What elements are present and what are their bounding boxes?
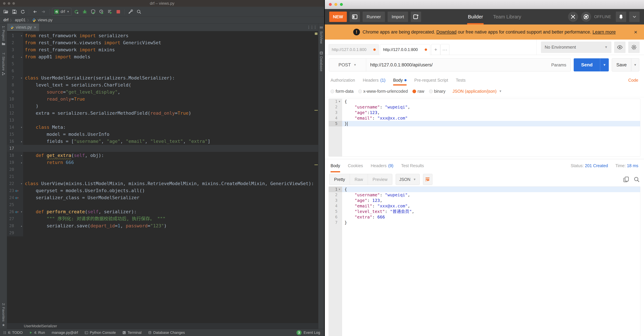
- macos-traffic-lights[interactable]: [329, 3, 343, 6]
- code-line[interactable]: 15 model = models.UserInfo: [7, 131, 318, 138]
- code-line[interactable]: 28▴ serializer.save(depart_id=1, passwor…: [7, 222, 318, 229]
- back-button[interactable]: [32, 8, 39, 15]
- new-window-button[interactable]: [411, 11, 421, 22]
- code-line[interactable]: 23◎↑ queryset = models.UserInfo.objects.…: [7, 187, 318, 194]
- debug-button[interactable]: [81, 8, 88, 15]
- tab-authorization[interactable]: Authorization: [330, 75, 355, 85]
- minimize-window-button[interactable]: [334, 3, 337, 6]
- code-line[interactable]: 5}: [329, 121, 640, 126]
- current-class-label[interactable]: UserModelSerializer: [24, 324, 57, 328]
- inspection-indicator[interactable]: [315, 32, 318, 35]
- notifications-bell-button[interactable]: [616, 11, 626, 22]
- response-body-editor[interactable]: 1▼{2 "username": "wupeiqi",3 "age": 123,…: [328, 186, 640, 336]
- code-line[interactable]: 2 "username": "wupeiqi",: [329, 192, 640, 198]
- method-select[interactable]: POST ▼: [329, 62, 366, 67]
- send-options-chevron[interactable]: ▼: [600, 58, 609, 71]
- override-marker-icon[interactable]: ◎↑: [16, 187, 19, 194]
- code-line[interactable]: 4▴from app01 import models: [7, 53, 318, 60]
- toolwindow-favorites-button[interactable]: 2: Favorites ★: [2, 303, 6, 327]
- environment-preview-eye-button[interactable]: [614, 41, 626, 53]
- view-preview[interactable]: Preview: [368, 174, 392, 185]
- code-line[interactable]: 1▼{: [329, 187, 640, 192]
- wrap-text-button[interactable]: [423, 174, 432, 185]
- status-run-config[interactable]: manage.py@drf: [52, 331, 78, 335]
- code-line[interactable]: 8 level_text = serializers.CharField(: [7, 81, 318, 88]
- toolwindow-structure-button[interactable]: 7: Structure: [2, 52, 6, 76]
- code-line[interactable]: 10 read_only=True: [7, 96, 318, 103]
- code-line[interactable]: 14▾ class Meta:: [7, 124, 318, 131]
- code-line[interactable]: 20: [7, 166, 318, 173]
- code-line[interactable]: 4 "email": "xxx@xx.com": [329, 115, 640, 121]
- breadcrumb-project[interactable]: drf: [3, 18, 8, 22]
- generate-code-link[interactable]: Code: [628, 78, 638, 83]
- code-line[interactable]: 24◎↑ serializer_class = UserModelSeriali…: [7, 194, 318, 201]
- forward-button[interactable]: [40, 8, 47, 15]
- code-line[interactable]: 3 "age": 123,: [329, 198, 640, 203]
- save-options-chevron[interactable]: ▼: [631, 58, 639, 71]
- more-tabs-button[interactable]: ···: [440, 44, 449, 55]
- breadcrumb-package[interactable]: app01: [15, 18, 26, 22]
- code-line[interactable]: 21: [7, 173, 318, 180]
- status-terminal[interactable]: Terminal: [122, 331, 142, 335]
- code-line[interactable]: 13: [7, 117, 318, 124]
- code-line[interactable]: 1▾from rest_framework import serializers: [7, 32, 318, 39]
- response-tab-cookies[interactable]: Cookies: [348, 159, 363, 172]
- response-format-select[interactable]: JSON ▼: [396, 174, 420, 185]
- environment-select[interactable]: No Environment ▼: [541, 41, 612, 53]
- content-type-select[interactable]: JSON (application/json) ▼: [452, 89, 502, 94]
- settings-wrench-button[interactable]: [127, 8, 134, 15]
- status-database-changes[interactable]: Database Changes: [148, 331, 185, 335]
- run-tasks-button[interactable]: [106, 8, 114, 15]
- warning-stripe-mark[interactable]: [314, 110, 318, 111]
- toolwindow-sciview-button[interactable]: SciView: [319, 26, 323, 44]
- save-button[interactable]: Save: [612, 58, 631, 71]
- run-configuration-select[interactable]: dj drf ▼: [52, 8, 72, 15]
- status-todo[interactable]: 6: TODO: [3, 331, 23, 335]
- new-tab-button[interactable]: +: [431, 44, 440, 55]
- layout-toggle-button[interactable]: [350, 11, 360, 22]
- code-line[interactable]: 12 extra = serializers.SerializerMethodF…: [7, 110, 318, 117]
- code-line[interactable]: 26◎↑▾ def perform_create(self, serialize…: [7, 208, 318, 215]
- code-line[interactable]: 16▴ fields = ["username", "age", "email"…: [7, 138, 318, 145]
- breadcrumb-file[interactable]: views.py: [38, 18, 52, 22]
- tab-views-py[interactable]: views.py ×: [7, 23, 40, 31]
- code-line[interactable]: 3from rest_framework import mixins: [7, 46, 318, 53]
- mode-binary[interactable]: binary: [429, 89, 446, 94]
- code-line[interactable]: 1▼{: [329, 99, 640, 104]
- view-raw[interactable]: Raw: [350, 174, 368, 185]
- request-tab-1[interactable]: http://127.0.0.1:800: [328, 44, 379, 55]
- code-line[interactable]: 11 ): [7, 103, 318, 110]
- request-tab-2[interactable]: http://127.0.0.1:800: [380, 44, 430, 55]
- request-body-editor[interactable]: 1▼{2 "username": "wupeiqi",3 "age":123,4…: [328, 99, 640, 157]
- code-line[interactable]: 6: [7, 67, 318, 74]
- code-line[interactable]: 22▾class UserView(mixins.ListModelMixin,…: [7, 180, 318, 187]
- code-line[interactable]: 27 """ 序列化: 对请求的数据校验成功后, 执行保存。 """: [7, 215, 318, 222]
- tab-prerequest-script[interactable]: Pre-request Script: [414, 75, 448, 85]
- close-tab-icon[interactable]: ×: [34, 25, 36, 30]
- override-marker-icon[interactable]: ◎↑: [16, 208, 19, 215]
- copy-response-button[interactable]: [623, 176, 629, 182]
- header-dropdown-button[interactable]: [629, 11, 640, 22]
- tab-tests[interactable]: Tests: [456, 75, 466, 85]
- rerun-button[interactable]: [73, 8, 80, 15]
- search-everywhere-button[interactable]: [135, 8, 143, 15]
- code-line[interactable]: 5: [7, 60, 318, 67]
- code-line[interactable]: 4 "email": "xxx@xx.com",: [329, 203, 640, 209]
- banner-close-icon[interactable]: ×: [634, 29, 637, 35]
- sync-status-button[interactable]: [581, 12, 591, 22]
- tab-team-library[interactable]: Team Library: [493, 9, 521, 24]
- interceptor-button[interactable]: [568, 12, 578, 22]
- code-line[interactable]: 18▾ def get_extra(self, obj):: [7, 152, 318, 159]
- close-window-button[interactable]: [329, 3, 332, 6]
- zoom-window-button[interactable]: [340, 3, 343, 6]
- stop-button[interactable]: [114, 8, 122, 15]
- import-button[interactable]: Import: [388, 11, 408, 22]
- code-line[interactable]: 17: [7, 145, 318, 152]
- params-button[interactable]: Params: [547, 62, 570, 67]
- runner-button[interactable]: Runner: [362, 11, 385, 22]
- search-response-button[interactable]: [634, 176, 640, 182]
- open-file-button[interactable]: [2, 8, 10, 15]
- toolwindow-database-button[interactable]: Database: [319, 51, 323, 71]
- mode-raw[interactable]: raw: [412, 89, 424, 94]
- synchronize-button[interactable]: [19, 8, 26, 15]
